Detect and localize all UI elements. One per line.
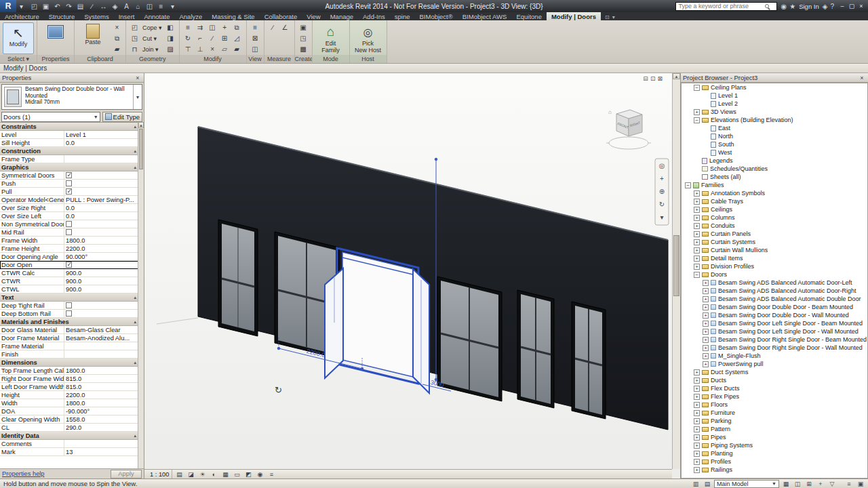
checkbox[interactable] — [66, 302, 72, 308]
view-cube[interactable]: FRONT RIGHT ⌂ — [606, 109, 651, 149]
tree-item[interactable]: Sheets (all) — [682, 173, 867, 181]
expand-icon[interactable]: + — [703, 329, 709, 335]
expand-icon[interactable]: + — [694, 426, 700, 432]
tab-collaborate[interactable]: Collaborate — [260, 12, 302, 20]
tree-item[interactable]: +Annotation Symbols — [682, 189, 867, 197]
property-row[interactable]: Frame Material — [0, 342, 138, 350]
expand-icon[interactable]: + — [694, 451, 700, 457]
tree-item[interactable]: +Besam Swing Door Left Single Door - Bea… — [682, 319, 867, 327]
tab-spine[interactable]: spine — [390, 12, 415, 20]
angular-dimension-icon[interactable]: ∠ — [279, 22, 291, 33]
project-browser-close-icon[interactable]: × — [858, 75, 866, 81]
project-browser-header[interactable]: Project Browser - Project3 × — [681, 73, 868, 83]
expand-icon[interactable]: + — [694, 394, 700, 400]
search-box[interactable] — [675, 2, 777, 11]
navigation-bar[interactable]: ◎+⊕↻▾ — [655, 159, 669, 225]
unpin-icon[interactable]: ⊥ — [195, 44, 206, 54]
tree-item[interactable]: +Piping Systems — [682, 441, 867, 449]
tab-bimobject-[interactable]: BIMobject® — [415, 12, 458, 20]
property-row[interactable]: Over Size Right0.0 — [0, 204, 138, 212]
expand-icon[interactable]: + — [694, 199, 700, 205]
trim-icon[interactable]: ⌐ — [195, 33, 206, 43]
tree-item[interactable]: +Besam Swing Door Left Single Door - Wal… — [682, 327, 867, 336]
expand-icon[interactable]: + — [703, 288, 709, 294]
tree-item[interactable]: +Curtain Panels — [682, 230, 867, 238]
tab-modify-doors[interactable]: Modify | Doors — [547, 12, 601, 20]
property-section-text[interactable]: Text▴ — [0, 293, 138, 302]
property-row[interactable]: Left Door Frame Width815.0 — [0, 383, 138, 391]
maximize-icon[interactable]: ▢ — [847, 2, 856, 11]
move-icon[interactable]: + — [219, 22, 231, 33]
search-icon[interactable] — [765, 4, 769, 8]
door-5[interactable] — [517, 290, 554, 408]
scrollbar-thumb[interactable] — [673, 235, 679, 296]
scale-icon[interactable]: ◿ — [231, 33, 243, 43]
split-face-icon[interactable]: ◨ — [165, 33, 176, 43]
tree-item[interactable]: +M_Single-Flush — [682, 352, 867, 360]
expand-icon[interactable]: + — [694, 443, 700, 449]
collapse-icon[interactable]: − — [694, 85, 700, 91]
paint-icon[interactable]: ◧ — [165, 22, 176, 33]
expand-icon[interactable]: + — [703, 312, 709, 319]
expand-icon[interactable]: + — [694, 207, 700, 213]
tab-structure[interactable]: Structure — [44, 12, 80, 20]
expand-icon[interactable]: + — [694, 386, 700, 392]
checkbox[interactable] — [66, 262, 72, 268]
exchange-apps-icon[interactable]: ◈ — [823, 3, 828, 10]
tree-item[interactable]: +Pattern — [682, 425, 867, 433]
split-icon[interactable]: ∕ — [207, 33, 218, 43]
property-row[interactable]: Symmetrical Doors — [0, 171, 138, 180]
help-icon[interactable]: ? — [830, 3, 834, 10]
property-row[interactable]: Frame Width1800.0 — [0, 237, 138, 245]
tree-item[interactable]: +Besam Swing Door Double Door - Wall Mou… — [682, 311, 867, 319]
property-row[interactable]: Width1800.0 — [0, 399, 138, 407]
close-hidden-icon[interactable]: ⊠ — [250, 33, 261, 43]
expand-icon[interactable]: + — [694, 369, 700, 375]
open-icon[interactable]: ◰ — [29, 1, 39, 11]
align-icon[interactable]: ≡ — [182, 22, 194, 33]
property-row[interactable]: DOA-90.000° — [0, 407, 138, 415]
properties-close-icon[interactable]: × — [134, 75, 142, 81]
expand-icon[interactable]: + — [694, 256, 700, 262]
tree-item[interactable]: +Besam Swing Door Double Door - Beam Mou… — [682, 303, 867, 311]
tree-item[interactable]: +Ceilings — [682, 205, 867, 214]
aligned-dimension-icon[interactable]: ↔ — [98, 1, 108, 11]
property-row[interactable]: Deep Bottom Rail — [0, 310, 138, 318]
expand-icon[interactable]: + — [694, 410, 700, 416]
type-selector-arrow-icon[interactable]: ▾ — [133, 85, 142, 109]
property-row[interactable]: Over Size Left0.0 — [0, 212, 138, 220]
property-row[interactable]: Mid Rail — [0, 228, 138, 237]
analysis-display-icon[interactable]: ≡ — [267, 470, 276, 479]
tree-item[interactable]: Schedules/Quantities — [682, 165, 867, 173]
default-3d-view-icon[interactable]: ⌂ — [133, 1, 143, 11]
crop-view-icon[interactable]: ▦ — [220, 470, 230, 479]
pick-new-host-button[interactable]: PickNew Host — [353, 22, 384, 54]
edit-type-button[interactable]: Edit Type — [102, 112, 142, 122]
scroll-up-icon[interactable]: ▲ — [673, 73, 680, 79]
create-similar-icon[interactable]: ◳ — [298, 33, 309, 43]
tree-item[interactable]: +Floors — [682, 401, 867, 409]
collapse-icon[interactable]: − — [694, 272, 700, 278]
zoom-icon[interactable]: ⊕ — [659, 188, 665, 195]
tab-annotate[interactable]: Annotate — [139, 12, 174, 20]
viewport-restore-icon[interactable]: ⊡ — [650, 75, 656, 82]
pin-icon[interactable]: ⊤ — [182, 44, 194, 54]
join-menu[interactable]: ⊓Join ▾ — [129, 44, 162, 54]
delete-icon[interactable]: × — [207, 44, 218, 54]
press-drag-icon[interactable]: + — [816, 480, 825, 488]
tree-item[interactable]: +Besam Swing ADS Balanced Automatic Door… — [682, 287, 867, 295]
property-row[interactable]: Pull — [0, 188, 138, 196]
tree-item[interactable]: Legends — [682, 157, 867, 165]
legend-component-icon[interactable]: ▩ — [298, 44, 309, 54]
tab-massing-site[interactable]: Massing & Site — [207, 12, 259, 20]
checkbox[interactable] — [66, 310, 72, 317]
tree-item[interactable]: +Detail Items — [682, 254, 867, 262]
tree-item[interactable]: +Parking — [682, 417, 867, 425]
measure-icon[interactable]: ∕ — [87, 1, 97, 11]
demolish-icon[interactable]: ▨ — [165, 44, 176, 54]
thin-lines-toggle-icon[interactable]: ≡ — [250, 22, 261, 33]
tab-view[interactable]: View — [302, 12, 325, 20]
match-type-properties-icon[interactable]: ▰ — [111, 44, 123, 54]
tree-item[interactable]: Level 1 — [682, 92, 867, 100]
expand-icon[interactable]: + — [694, 459, 700, 465]
